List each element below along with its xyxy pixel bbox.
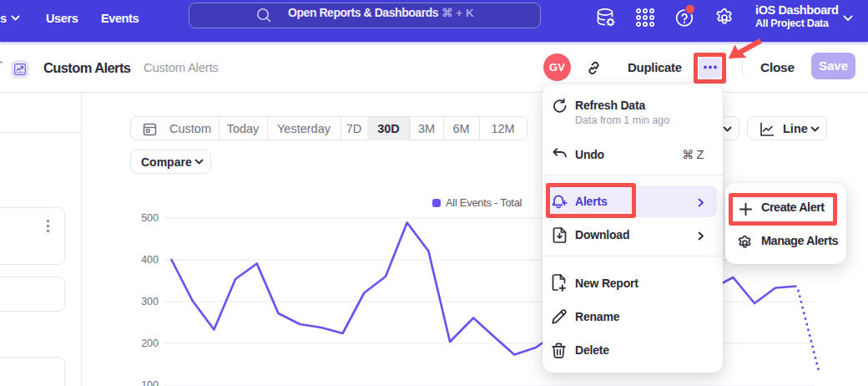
svg-text:300: 300	[141, 296, 159, 307]
svg-text:200: 200	[141, 338, 159, 349]
svg-text:100: 100	[141, 379, 159, 386]
svg-text:500: 500	[141, 212, 159, 224]
svg-text:400: 400	[141, 254, 159, 266]
